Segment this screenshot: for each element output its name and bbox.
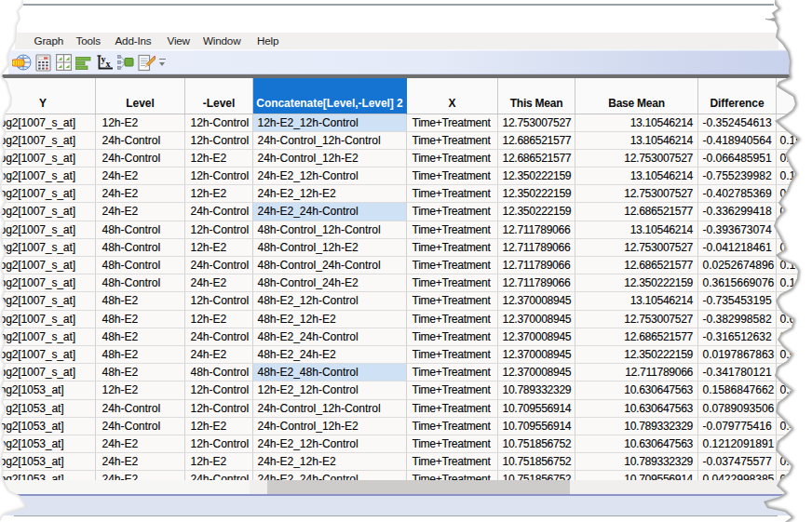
svg-text:x: x [106,59,111,69]
